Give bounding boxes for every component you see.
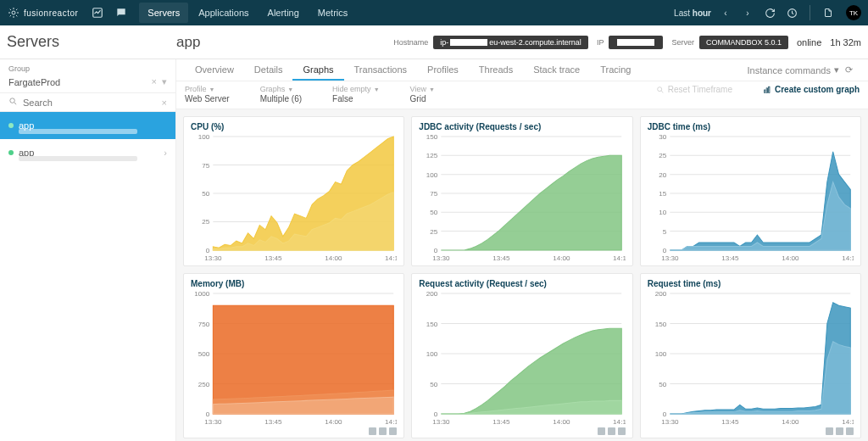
chart-title: Request time (ms) [648,279,854,288]
chevron-down-icon: ▾ [834,64,839,75]
chevron-down-icon: ▼ [209,87,215,92]
tab-overview[interactable]: Overview [185,59,244,81]
svg-text:13:45: 13:45 [264,418,282,426]
chart-action-icon[interactable] [618,427,626,435]
graph-control-graphs[interactable]: Graphs ▼Multiple (6) [260,85,302,103]
chart-action-icon[interactable] [389,427,397,435]
svg-text:13:45: 13:45 [721,254,739,262]
chart-card-req-time: Request time (ms)05010015020013:3013:451… [640,273,861,438]
svg-text:25: 25 [202,218,210,226]
chart-action-icon[interactable] [826,427,833,435]
svg-text:0: 0 [206,247,210,254]
chart-card-jdbc-time: JDBC time (ms)05101520253013:3013:4514:0… [640,116,861,266]
svg-text:150: 150 [654,321,666,328]
tab-graphs[interactable]: Graphs [292,59,343,81]
group-value[interactable]: FargateProd [8,77,60,87]
history-icon[interactable] [784,5,799,20]
nav-link-alerting[interactable]: Alerting [259,3,308,23]
instance-commands-dropdown[interactable]: Instance commands ▾ ⟳ [741,61,860,79]
chevron-right-icon[interactable]: › [740,5,755,20]
create-custom-graph-button[interactable]: Create custom graph [763,85,860,94]
tab-transactions[interactable]: Transactions [344,59,418,81]
clear-search-icon[interactable]: × [162,98,167,108]
brand-logo[interactable]: fusionreactor [7,6,83,20]
chart-plot[interactable]: 05101520253013:3013:4514:0014:15 [648,133,854,262]
svg-rect-5 [765,90,765,92]
chart-plot[interactable]: 0250500750100013:3013:4514:0014:15 [191,290,397,426]
svg-text:14:15: 14:15 [613,418,625,426]
chart-action-icon[interactable] [608,427,615,435]
svg-text:250: 250 [198,381,210,388]
chart-action-icon[interactable] [846,427,854,435]
svg-rect-6 [766,87,767,92]
svg-text:14:15: 14:15 [842,254,854,262]
chart-plot[interactable]: 025507510013:3013:4514:0014:15 [191,133,397,262]
svg-text:100: 100 [654,350,666,358]
search-input[interactable] [23,98,157,108]
svg-text:14:00: 14:00 [553,254,570,262]
app-title: app [176,34,200,51]
chart-action-icon[interactable] [598,427,605,435]
svg-text:13:45: 13:45 [493,254,511,262]
chat-icon[interactable] [112,3,131,22]
svg-text:13:30: 13:30 [661,254,679,262]
svg-text:14:15: 14:15 [385,254,397,262]
document-icon[interactable] [821,5,836,20]
avatar[interactable]: TK [846,5,861,20]
svg-text:500: 500 [198,350,210,358]
chart-plot[interactable]: 05010015020013:3013:4514:0014:15 [419,290,625,426]
graph-control-hide-empty[interactable]: Hide empty ▼False [332,85,379,103]
server-pill: Server COMMANDBOX 5.0.1 [671,36,788,49]
svg-text:14:15: 14:15 [842,418,854,426]
svg-text:0: 0 [662,410,666,418]
status-dot-icon [8,150,14,155]
chart-plot[interactable]: 025507510012515013:3013:4514:0014:15 [419,133,625,262]
tab-profiles[interactable]: Profiles [417,59,469,81]
svg-text:750: 750 [198,321,210,328]
tab-details[interactable]: Details [244,59,293,81]
reset-timeframe-button[interactable]: Reset Timeframe [656,85,732,94]
svg-text:1000: 1000 [194,290,210,298]
chart-action-icon[interactable] [369,427,376,435]
svg-text:13:45: 13:45 [721,418,739,426]
chart-title: CPU (%) [191,122,397,131]
svg-rect-7 [769,87,770,92]
chart-title: JDBC activity (Requests / sec) [419,122,625,131]
graph-controls: Profile ▼Web ServerGraphs ▼Multiple (6)H… [176,81,868,109]
svg-text:100: 100 [426,350,438,358]
graph-control-view[interactable]: View ▼Grid [410,85,435,103]
chart-plot[interactable]: 05010015020013:3013:4514:0014:15 [648,290,854,426]
chart-action-icon[interactable] [379,427,387,435]
nav-link-applications[interactable]: Applications [190,3,257,23]
tab-threads[interactable]: Threads [469,59,523,81]
nav-link-metrics[interactable]: Metrics [309,3,356,23]
chevron-left-icon[interactable]: ‹ [718,5,733,20]
svg-text:13:30: 13:30 [433,254,451,262]
svg-text:30: 30 [659,133,667,141]
status-badge: online [797,37,821,47]
svg-text:150: 150 [426,133,438,141]
clear-group-icon[interactable]: × ▾ [151,76,167,87]
tab-stack-trace[interactable]: Stack trace [523,59,590,81]
tab-tracing[interactable]: Tracing [590,59,641,81]
chevron-right-icon: › [164,148,167,158]
chart-action-icon[interactable] [836,427,843,435]
svg-text:20: 20 [659,171,667,179]
nav-link-servers[interactable]: Servers [139,3,188,23]
dashboard-icon[interactable] [88,3,107,22]
ip-pill: IP [597,36,664,49]
svg-text:50: 50 [202,190,210,198]
svg-text:13:30: 13:30 [433,418,451,426]
sidebar-item-app[interactable]: app› [0,139,175,166]
sidebar-item-app[interactable]: app [0,112,175,139]
top-nav: fusionreactor ServersApplicationsAlertin… [0,0,868,25]
refresh-icon[interactable] [762,5,777,20]
nav-right: Last hour ‹ › TK [674,5,861,20]
svg-text:150: 150 [426,321,438,328]
graph-control-profile[interactable]: Profile ▼Web Server [185,85,230,103]
svg-text:75: 75 [431,190,439,198]
svg-text:13:45: 13:45 [264,254,282,262]
sidebar-search[interactable]: × [0,92,175,112]
time-range[interactable]: Last hour [674,8,711,18]
chart-title: Request activity (Request / sec) [419,279,625,288]
